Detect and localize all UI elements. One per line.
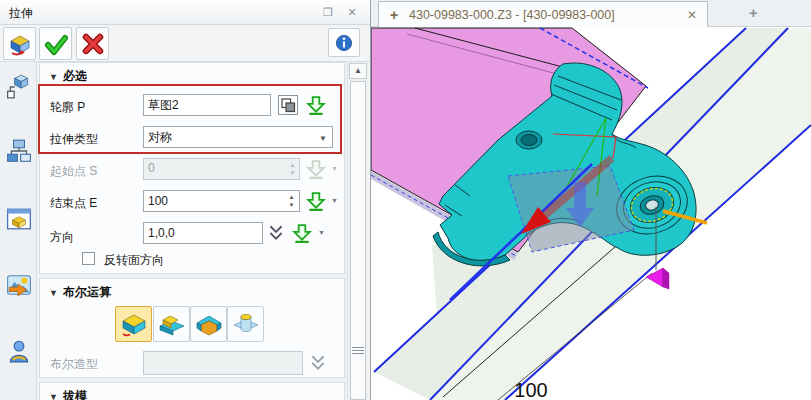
extrude-form: ▼必选 轮廓 P 拉伸类型 对称 ▼ 起 — [38, 62, 347, 400]
info-button[interactable] — [328, 28, 360, 57]
viewport-scene: 100 — [371, 27, 811, 400]
3d-viewport[interactable]: 100 — [371, 27, 811, 400]
document-area: + 430-09983-000.Z3 - [430-09983-000] ✕ + — [371, 0, 811, 400]
dialog-close-icon[interactable]: ✕ — [344, 5, 360, 20]
direction-label: 方向 — [50, 229, 74, 246]
boolean-shape-input — [143, 351, 303, 375]
dimension-value-text[interactable]: 100 — [514, 379, 547, 400]
tab-pin-icon: + — [390, 7, 398, 23]
extrude-type-select[interactable]: 对称 ▼ — [143, 126, 333, 148]
start-point-label: 起始点 S — [50, 163, 97, 180]
boolean-base-icon — [120, 311, 148, 337]
profile-insert-button[interactable] — [306, 95, 326, 115]
scroll-up-button[interactable]: ▲ — [349, 63, 367, 79]
role-user-icon[interactable] — [6, 338, 32, 364]
draft-header[interactable]: ▼拔模 — [49, 388, 87, 400]
cancel-button[interactable] — [76, 27, 109, 60]
document-tab[interactable]: + 430-09983-000.Z3 - [430-09983-000] ✕ — [378, 1, 708, 27]
boolean-add-icon — [158, 311, 186, 337]
required-header[interactable]: ▼必选 — [49, 68, 87, 85]
boolean-add-button[interactable] — [153, 306, 190, 342]
boolean-remove-button[interactable] — [190, 306, 227, 342]
direction-input[interactable] — [143, 222, 263, 244]
dialog-restore-icon[interactable]: ❐ — [320, 5, 336, 20]
resize-grip[interactable] — [352, 347, 364, 355]
collapse-icon: ▼ — [49, 72, 58, 82]
green-down-arrow-icon — [292, 223, 312, 243]
boolean-intersect-icon — [232, 311, 260, 337]
collapse-icon: ▼ — [49, 288, 58, 298]
extrude-dialog: 拉伸 ❐ ✕ — [0, 0, 371, 400]
new-tab-button[interactable]: + — [749, 4, 758, 21]
document-tabbar: + 430-09983-000.Z3 - [430-09983-000] ✕ + — [371, 0, 811, 27]
draft-panel: ▼拔模 — [39, 382, 345, 400]
flip-face-checkbox[interactable] — [82, 252, 95, 265]
ok-button[interactable] — [39, 27, 72, 60]
visual-manager-icon[interactable] — [6, 206, 32, 232]
extrude-cube-icon — [8, 32, 32, 56]
green-down-arrow-icon — [306, 191, 326, 211]
ok-check-icon — [44, 32, 68, 56]
end-point-input[interactable] — [143, 190, 300, 212]
dialog-toolbar — [0, 25, 370, 62]
boolean-intersect-button[interactable] — [227, 306, 264, 342]
tab-close-icon[interactable]: ✕ — [687, 8, 697, 22]
expand-more-icon[interactable] — [268, 224, 284, 246]
start-options-icon: ▼ — [331, 165, 338, 172]
dialog-title: 拉伸 — [9, 5, 33, 22]
green-down-arrow-icon — [306, 95, 326, 115]
end-insert-button[interactable] — [306, 191, 326, 211]
green-down-arrow-icon — [306, 159, 326, 179]
reuse-sketch-button[interactable] — [278, 95, 298, 115]
boolean-header[interactable]: ▼布尔运算 — [49, 284, 111, 301]
assembly-tree-icon[interactable] — [6, 138, 32, 164]
render-view-icon[interactable] — [6, 272, 32, 298]
end-options-icon[interactable]: ▼ — [331, 197, 338, 204]
collapse-icon: ▼ — [49, 392, 58, 400]
start-point-input: 0 ▲▼ — [143, 158, 300, 180]
extrude-type-label: 拉伸类型 — [50, 131, 98, 148]
start-spinner: ▲▼ — [286, 158, 299, 180]
direction-insert-button[interactable] — [292, 223, 312, 243]
boolean-shape-label: 布尔造型 — [50, 356, 98, 373]
cancel-x-icon — [81, 32, 105, 56]
form-scrollbar: ▲ — [347, 62, 368, 400]
copy-icon — [279, 96, 297, 114]
history-manager-icon[interactable] — [6, 74, 32, 100]
shape-expand-icon — [310, 354, 326, 376]
info-icon — [335, 34, 353, 52]
profile-input[interactable] — [143, 94, 271, 116]
boolean-base-button[interactable] — [115, 306, 152, 342]
boolean-remove-icon — [195, 311, 223, 337]
dialog-body: ▼必选 轮廓 P 拉伸类型 对称 ▼ 起 — [0, 62, 370, 400]
extrude-feature-button[interactable] — [3, 27, 36, 60]
dropdown-icon: ▼ — [319, 134, 327, 143]
tab-title: 430-09983-000.Z3 - [430-09983-000] — [409, 8, 615, 22]
start-insert-button-disabled — [306, 159, 326, 179]
direction-options-icon[interactable]: ▼ — [318, 229, 325, 236]
manager-icon-strip — [0, 62, 37, 400]
end-spinner[interactable]: ▲▼ — [285, 190, 298, 212]
end-point-label: 结束点 E — [50, 195, 97, 212]
flip-face-label: 反转面方向 — [104, 252, 164, 269]
dialog-titlebar: 拉伸 ❐ ✕ — [0, 0, 370, 25]
profile-label: 轮廓 P — [50, 99, 85, 116]
